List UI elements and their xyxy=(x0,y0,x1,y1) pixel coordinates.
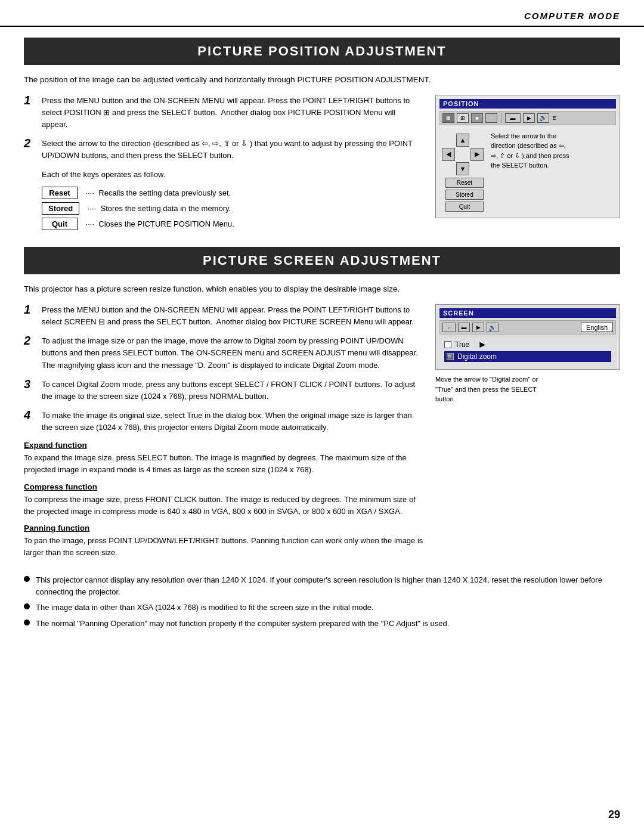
section1-intro: The position of the image can be adjuste… xyxy=(24,73,620,86)
step-number-2: 2 xyxy=(24,137,42,150)
section1-steps: 1 Press the MENU button and the ON-SCREE… xyxy=(24,95,423,237)
bullet-dot-2 xyxy=(24,603,30,609)
bullet-item-2: The image data in other than XGA (1024 x… xyxy=(24,602,620,614)
digital-zoom-label: Digital zoom xyxy=(457,352,497,361)
step-1-2: 2 Select the arrow to the direction (des… xyxy=(24,138,423,162)
key-stored-desc: ···· Stores the setting data in the memo… xyxy=(85,204,231,213)
pad-up[interactable]: ▲ xyxy=(456,134,469,147)
page-number: 29 xyxy=(608,809,620,821)
toolbar-icon-1: ▦ xyxy=(442,113,454,123)
true-label: True xyxy=(455,340,469,349)
compress-function: Compress function To compress the image … xyxy=(24,482,423,518)
pad-br xyxy=(470,162,484,175)
step2-number-4: 4 xyxy=(24,408,42,422)
screen-icon-1: ▫ xyxy=(442,323,456,332)
step-text-2: Select the arrow to the direction (descr… xyxy=(42,138,423,162)
pad-right[interactable]: ▶ xyxy=(470,148,484,161)
computer-mode-header: COMPUTER MODE xyxy=(0,0,644,27)
screen-caption-text: Move the arrow to "Digital zoom" or "Tru… xyxy=(435,374,555,404)
key-stored: Stored xyxy=(42,202,79,215)
step-text-1: Press the MENU button and the ON-SCREEN … xyxy=(42,95,423,131)
screen-toolbar: ▫ ▬ ▶ 🔊 English xyxy=(439,320,616,335)
screen-icon-speaker: 🔊 xyxy=(487,323,499,332)
section1-content: 1 Press the MENU button and the ON-SCREE… xyxy=(24,95,620,237)
position-arrow-caption: Select the arrow to the direction (descr… xyxy=(491,131,574,171)
bullet-dot-3 xyxy=(24,620,30,625)
step-number-1: 1 xyxy=(24,94,42,107)
bullet-text-2: The image data in other than XGA (1024 x… xyxy=(36,602,374,614)
section2-content: 1 Press the MENU button and the ON-SCREE… xyxy=(24,304,620,565)
main-content: PICTURE POSITION ADJUSTMENT The position… xyxy=(0,38,644,651)
expand-text: To expand the image size, press SELECT b… xyxy=(24,452,423,476)
screen-option-true-row: True ► xyxy=(444,340,611,351)
step2-number-3: 3 xyxy=(24,377,42,391)
screen-dialog-image: SCREEN ▫ ▬ ▶ 🔊 English True xyxy=(435,304,620,404)
pad-bl xyxy=(442,162,455,175)
screen-icon-3: ▶ xyxy=(472,323,484,332)
pad-center xyxy=(456,148,469,161)
dialog-btn-quit[interactable]: Quit xyxy=(445,202,484,212)
arrow-pad-wrapper: ▲ ◀ ▶ ▼ Reset Stored xyxy=(442,131,484,212)
digital-zoom-icon: 🔍 xyxy=(447,353,454,360)
position-dialog-inner: ▲ ◀ ▶ ▼ Reset Stored xyxy=(439,129,616,214)
key-row-stored: Stored ···· Stores the setting data in t… xyxy=(42,202,423,215)
key-row-quit: Quit ···· Closes the PICTURE POSITION Me… xyxy=(42,218,423,230)
step2-text-3: To cancel Digital Zoom mode, press any b… xyxy=(42,379,423,402)
section1-header: PICTURE POSITION ADJUSTMENT xyxy=(24,38,620,65)
true-checkbox[interactable] xyxy=(444,341,451,348)
pad-down[interactable]: ▼ xyxy=(456,162,469,175)
page-container: COMPUTER MODE PICTURE POSITION ADJUSTMEN… xyxy=(0,0,644,833)
digital-zoom-row: 🔍 Digital zoom xyxy=(444,351,611,362)
toolbar-icon-3: ■ xyxy=(471,113,483,123)
bullet-text-1: This projector cannot display any resolu… xyxy=(36,574,620,598)
section2-header: PICTURE SCREEN ADJUSTMENT xyxy=(24,247,620,274)
step2-text-4: To make the image its original size, sel… xyxy=(42,410,423,433)
dialog-btn-stored[interactable]: Stored xyxy=(445,190,484,200)
pad-tl xyxy=(442,134,455,147)
bullet-item-3: The normal "Panning Operation" may not f… xyxy=(24,618,620,630)
position-dialog-title: POSITION xyxy=(439,99,616,109)
position-dialog-box: POSITION ▦ ⊞ ■ ▫ ▬ ▶ 🔊 E xyxy=(435,95,620,218)
step-2-4: 4 To make the image its original size, s… xyxy=(24,410,423,433)
pad-left[interactable]: ◀ xyxy=(442,148,455,161)
toolbar-e-label: E xyxy=(553,115,556,121)
screen-arrow-right: ► xyxy=(478,339,487,350)
expand-title: Expand function xyxy=(24,441,423,450)
position-dialog-image: POSITION ▦ ⊞ ■ ▫ ▬ ▶ 🔊 E xyxy=(435,95,620,224)
toolbar-icon-2: ⊞ xyxy=(457,113,469,123)
key-quit: Quit xyxy=(42,218,78,230)
panning-text: To pan the image, press POINT UP/DOWN/LE… xyxy=(24,535,423,559)
step-1-1: 1 Press the MENU button and the ON-SCREE… xyxy=(24,95,423,131)
key-reset-desc: ···· Recalls the setting data previously… xyxy=(83,188,231,197)
step2-number-2: 2 xyxy=(24,334,42,348)
key-reset: Reset xyxy=(42,187,78,199)
step-2-1: 1 Press the MENU button and the ON-SCREE… xyxy=(24,304,423,328)
toolbar-icon-6: ▶ xyxy=(523,113,535,123)
position-toolbar: ▦ ⊞ ■ ▫ ▬ ▶ 🔊 E xyxy=(439,111,616,125)
english-button[interactable]: English xyxy=(581,323,613,332)
key-row-reset: Reset ···· Recalls the setting data prev… xyxy=(42,187,423,199)
bullet-dot-1 xyxy=(24,576,30,582)
step2-text-1: Press the MENU button and the ON-SCREEN … xyxy=(42,304,423,328)
screen-dialog-box: SCREEN ▫ ▬ ▶ 🔊 English True xyxy=(435,304,620,370)
step2-number-1: 1 xyxy=(24,303,42,317)
panning-title: Panning function xyxy=(24,524,423,532)
toolbar-icon-4: ▫ xyxy=(485,113,497,123)
toolbar-sep1 xyxy=(501,113,501,123)
toolbar-icon-5: ▬ xyxy=(505,113,521,123)
section2-intro: This projector has a picture screen resi… xyxy=(24,283,620,296)
screen-icon-2: ▬ xyxy=(458,323,470,332)
key-table: Reset ···· Recalls the setting data prev… xyxy=(42,187,423,230)
position-dialog-buttons: Reset Stored Quit xyxy=(445,178,484,212)
panning-function: Panning function To pan the image, press… xyxy=(24,524,423,559)
each-key-note: Each of the keys operates as follow. xyxy=(42,169,423,181)
expand-function: Expand function To expand the image size… xyxy=(24,441,423,476)
step2-text-2: To adjust the image size or pan the imag… xyxy=(42,335,423,371)
pad-tr xyxy=(470,134,484,147)
screen-options: True ► 🔍 Digital zoom xyxy=(439,338,616,366)
step-2-2: 2 To adjust the image size or pan the im… xyxy=(24,335,423,371)
step-2-3: 3 To cancel Digital Zoom mode, press any… xyxy=(24,379,423,402)
dialog-btn-reset[interactable]: Reset xyxy=(445,178,484,188)
compress-text: To compress the image size, press FRONT … xyxy=(24,494,423,518)
computer-mode-text: COMPUTER MODE xyxy=(524,11,620,21)
